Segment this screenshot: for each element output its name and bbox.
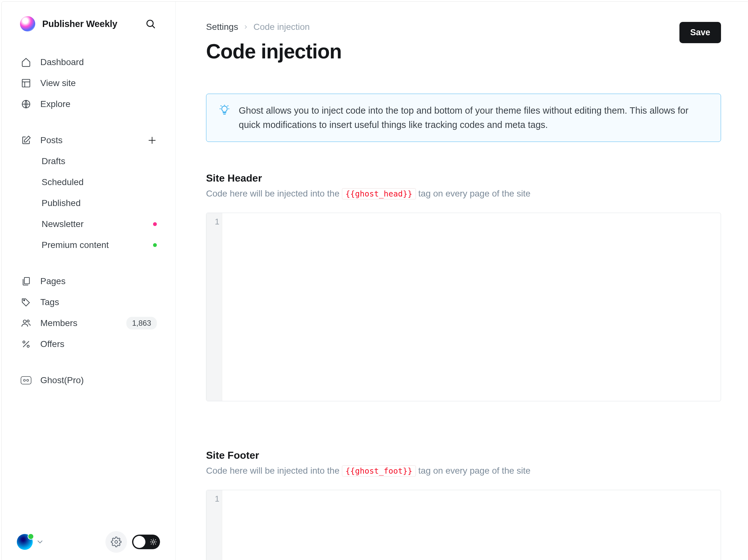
- settings-button[interactable]: [106, 531, 127, 553]
- svg-line-13: [23, 341, 29, 347]
- layout-icon: [21, 78, 31, 88]
- nav-group-main: Dashboard View site Explore: [2, 52, 175, 115]
- desc-post: tag on every page of the site: [418, 189, 531, 199]
- info-banner-text: Ghost allows you to inject code into the…: [239, 103, 708, 132]
- line-gutter: 1: [206, 213, 222, 401]
- svg-point-15: [27, 345, 29, 347]
- sidebar-item-scheduled[interactable]: Scheduled: [2, 172, 175, 193]
- home-icon: [21, 57, 31, 67]
- lightbulb-icon: [219, 105, 230, 116]
- status-dot-icon: [153, 243, 157, 247]
- sun-icon: [150, 538, 157, 545]
- line-gutter: 1: [206, 490, 222, 560]
- sidebar-item-posts[interactable]: Posts: [2, 130, 175, 151]
- members-icon: [21, 318, 31, 328]
- footer-code-input[interactable]: [222, 490, 721, 560]
- sidebar-item-published[interactable]: Published: [2, 193, 175, 214]
- sidebar: Publisher Weekly Dashboard View site: [2, 2, 176, 560]
- sidebar-item-newsletter[interactable]: Newsletter: [2, 214, 175, 235]
- template-tag: {{ghost_foot}}: [342, 465, 416, 476]
- svg-line-1: [153, 26, 154, 28]
- sidebar-footer: [2, 523, 175, 560]
- svg-line-33: [228, 106, 228, 106]
- line-number: 1: [206, 494, 219, 504]
- breadcrumb-current: Code injection: [253, 22, 309, 32]
- tag-icon: [21, 297, 31, 307]
- theme-toggle[interactable]: [132, 535, 160, 549]
- svg-point-19: [115, 541, 118, 543]
- nav-group-pro: Ghost(Pro): [2, 370, 175, 391]
- avatar: [17, 534, 33, 550]
- info-banner: Ghost allows you to inject code into the…: [206, 94, 721, 142]
- code-editor-footer: 1: [206, 490, 721, 560]
- line-number: 1: [206, 217, 219, 227]
- svg-rect-9: [24, 277, 29, 284]
- percent-icon: [21, 339, 31, 349]
- svg-point-12: [27, 320, 29, 322]
- gear-icon: [111, 537, 122, 547]
- desc-pre: Code here will be injected into the: [206, 189, 342, 199]
- sidebar-item-label: Ghost(Pro): [40, 375, 84, 386]
- section-title: Site Footer: [206, 449, 721, 461]
- code-editor-header: 1: [206, 213, 721, 401]
- nav-group-posts: Posts Drafts Scheduled Published Newslet…: [2, 130, 175, 256]
- page-title: Code injection: [206, 40, 342, 63]
- main-content: Settings Code injection Code injection S…: [176, 2, 748, 560]
- svg-line-32: [221, 106, 221, 106]
- svg-point-17: [23, 379, 25, 381]
- sidebar-item-label: Offers: [40, 339, 65, 349]
- svg-line-25: [151, 540, 151, 540]
- sidebar-item-dashboard[interactable]: Dashboard: [2, 52, 175, 73]
- chevron-down-icon: [36, 538, 44, 546]
- sidebar-item-label: Newsletter: [42, 219, 84, 229]
- sidebar-item-label: Explore: [40, 99, 70, 109]
- chevron-right-icon: [242, 24, 249, 30]
- sidebar-item-label: Drafts: [42, 156, 65, 166]
- svg-rect-2: [22, 79, 30, 87]
- sidebar-header: Publisher Weekly: [2, 16, 175, 31]
- section-site-footer: Site Footer Code here will be injected i…: [206, 449, 721, 560]
- sidebar-item-view-site[interactable]: View site: [2, 73, 175, 94]
- sidebar-item-pages[interactable]: Pages: [2, 271, 175, 292]
- section-site-header: Site Header Code here will be injected i…: [206, 172, 721, 401]
- sidebar-item-tags[interactable]: Tags: [2, 292, 175, 313]
- sidebar-item-label: Posts: [40, 135, 63, 145]
- toggle-knob: [133, 536, 145, 548]
- site-logo[interactable]: [20, 16, 35, 31]
- header-code-input[interactable]: [222, 213, 721, 401]
- sidebar-item-ghost-pro[interactable]: Ghost(Pro): [2, 370, 175, 391]
- sidebar-item-label: Tags: [40, 297, 59, 307]
- svg-point-11: [23, 320, 26, 323]
- svg-point-10: [23, 300, 24, 301]
- sidebar-item-explore[interactable]: Explore: [2, 94, 175, 115]
- section-title: Site Header: [206, 172, 721, 184]
- svg-rect-16: [21, 376, 31, 384]
- template-tag: {{ghost_head}}: [342, 188, 416, 200]
- breadcrumb-parent[interactable]: Settings: [206, 22, 238, 32]
- user-menu-button[interactable]: [17, 534, 44, 550]
- search-icon: [145, 18, 156, 29]
- app-window: Publisher Weekly Dashboard View site: [1, 1, 748, 560]
- copy-icon: [21, 276, 31, 286]
- svg-point-18: [27, 379, 28, 381]
- site-title[interactable]: Publisher Weekly: [42, 19, 137, 29]
- new-post-button[interactable]: [147, 136, 157, 145]
- sidebar-item-label: Premium content: [42, 240, 109, 250]
- sidebar-item-label: Scheduled: [42, 177, 84, 187]
- search-button[interactable]: [144, 18, 157, 30]
- sidebar-item-label: Members: [40, 318, 77, 328]
- sidebar-item-label: View site: [40, 78, 76, 88]
- save-button[interactable]: Save: [679, 22, 721, 43]
- sidebar-item-label: Pages: [40, 276, 65, 286]
- page-header: Settings Code injection Code injection S…: [206, 22, 721, 63]
- sidebar-item-drafts[interactable]: Drafts: [2, 151, 175, 172]
- section-description: Code here will be injected into the {{gh…: [206, 189, 721, 199]
- section-description: Code here will be injected into the {{gh…: [206, 466, 721, 476]
- sidebar-item-premium-content[interactable]: Premium content: [2, 235, 175, 256]
- edit-icon: [21, 135, 31, 145]
- sidebar-item-members[interactable]: Members 1,863: [2, 313, 175, 334]
- sidebar-item-offers[interactable]: Offers: [2, 334, 175, 355]
- breadcrumb: Settings Code injection: [206, 22, 342, 32]
- svg-line-26: [155, 544, 156, 544]
- sidebar-item-label: Published: [42, 198, 80, 208]
